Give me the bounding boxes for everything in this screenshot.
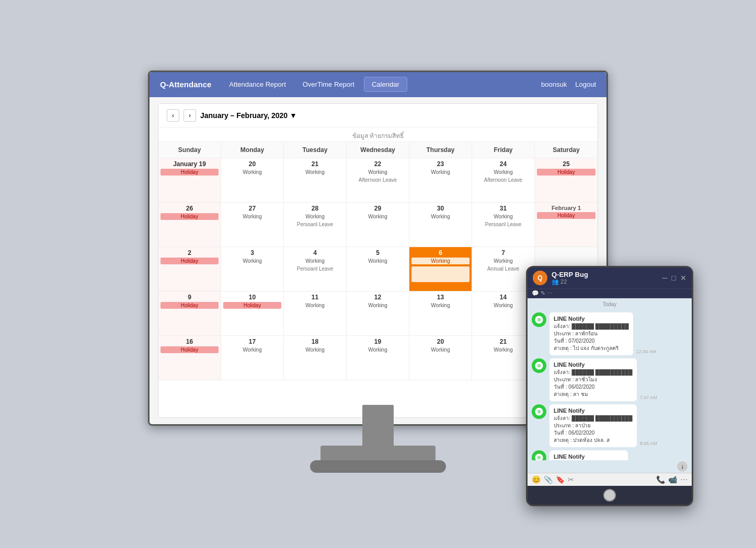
- navbar: Q-Attendance Attendance Report OverTime …: [150, 72, 606, 97]
- table-row[interactable]: 13 Working: [409, 292, 472, 336]
- date-divider: Today: [528, 298, 692, 310]
- chat-message-1: LINE Notify แจ้งลา: ██████ █████████ประเ…: [532, 312, 688, 355]
- week-2: 26 Holiday 27 Working 28 Working Persoan…: [158, 203, 598, 247]
- chat-bubble-4: LINE Notify แจ้งลา: ██████ ███████ประเภท…: [549, 450, 628, 460]
- monitor-stand-foot: [310, 460, 446, 473]
- calendar-header: ‹ › January – February, 2020 ▼: [158, 104, 598, 127]
- day-thursday: Thursday: [409, 142, 472, 158]
- table-row[interactable]: 31 Working Persoanl Leave: [472, 203, 535, 247]
- attachment-icon[interactable]: 📎: [544, 475, 553, 484]
- table-row[interactable]: 21 Working: [284, 158, 347, 203]
- table-row[interactable]: 20 Working: [409, 336, 472, 380]
- tablet-messages-area: Today LINE Notify แจ้งลา: ██████ ███████…: [528, 298, 692, 473]
- chat-bubble-3: LINE Notify แจ้งลา: ██████ ██████████ประ…: [549, 404, 637, 447]
- nav-overtime-report[interactable]: OverTime Report: [295, 77, 362, 91]
- next-button[interactable]: ›: [184, 109, 196, 122]
- chat-message-4: LINE Notify แจ้งลา: ██████ ███████ประเภท…: [532, 450, 688, 460]
- tablet-topbar: Q Q-ERP Bug 👥 22 ─ □ ✕: [528, 267, 692, 289]
- day-wednesday: Wednesday: [347, 142, 409, 158]
- table-row[interactable]: 16 Holiday: [158, 336, 221, 380]
- tablet-member-count: 👥 22: [552, 278, 658, 285]
- minimize-icon[interactable]: ─: [662, 274, 668, 282]
- table-row[interactable]: 9 Holiday: [158, 292, 221, 336]
- table-row[interactable]: 19 Working: [347, 336, 409, 380]
- today-cell[interactable]: 6 Working: [409, 247, 472, 292]
- brand-label: Q-Attendance: [160, 80, 211, 89]
- table-row[interactable]: 27 Working: [221, 203, 284, 247]
- table-row[interactable]: 26 Holiday: [158, 203, 221, 247]
- dropdown-icon[interactable]: ▼: [290, 111, 297, 120]
- maximize-icon[interactable]: □: [672, 274, 676, 282]
- tablet-body: Q Q-ERP Bug 👥 22 ─ □ ✕ 💬 ✎ ⋯ Today: [526, 266, 693, 506]
- table-row[interactable]: 23 Working: [409, 158, 472, 203]
- table-row[interactable]: 18 Working: [284, 336, 347, 380]
- chat-message-3: LINE Notify แจ้งลา: ██████ ██████████ประ…: [532, 404, 688, 447]
- table-row[interactable]: 4 Working Persoanl Leave: [284, 247, 347, 292]
- week-1: January 19 Holiday 20 Working 21 Working…: [158, 158, 598, 203]
- nav-attendance-report[interactable]: Attendance Report: [222, 77, 293, 91]
- chat-bubble-2: LINE Notify แจ้งลา: ██████ ██████████ประ…: [549, 358, 637, 401]
- table-row[interactable]: 29 Working: [347, 203, 409, 247]
- table-row[interactable]: 28 Working Persoanl Leave: [284, 203, 347, 247]
- tablet-home-button[interactable]: [603, 489, 616, 502]
- day-saturday: Saturday: [535, 142, 598, 158]
- video-icon[interactable]: 📹: [668, 475, 677, 484]
- nav-username: boonsuk: [541, 80, 567, 88]
- monitor-stand-neck: [362, 405, 394, 447]
- table-row[interactable]: 24 Working Afternoon Leave: [472, 158, 535, 203]
- nav-right: boonsuk Logout: [541, 80, 596, 88]
- chat-time-3: 8:05 AM: [640, 441, 657, 446]
- nav-logout[interactable]: Logout: [575, 80, 596, 88]
- prev-button[interactable]: ‹: [167, 109, 179, 122]
- chat-time-2: 7:47 AM: [640, 395, 657, 400]
- day-monday: Monday: [221, 142, 284, 158]
- line-notify-avatar-3: [532, 404, 546, 419]
- chat-messages-list: LINE Notify แจ้งลา: ██████ █████████ประเ…: [528, 310, 692, 460]
- day-sunday: Sunday: [158, 142, 221, 158]
- table-row[interactable]: 20 Working: [221, 158, 284, 203]
- table-row[interactable]: 12 Working: [347, 292, 409, 336]
- tablet-group-avatar: Q: [533, 271, 547, 285]
- table-row[interactable]: 3 Working: [221, 247, 284, 292]
- menu-icon[interactable]: ⋯: [680, 475, 688, 484]
- line-notify-avatar-2: [532, 358, 546, 373]
- tablet-group-name: Q-ERP Bug: [552, 271, 658, 278]
- table-row[interactable]: 22 Working Afternoon Leave: [347, 158, 409, 203]
- table-row[interactable]: February 1 Holiday: [535, 203, 598, 247]
- table-row[interactable]: 11 Working: [284, 292, 347, 336]
- day-tuesday: Tuesday: [284, 142, 347, 158]
- chat-bubble-1: LINE Notify แจ้งลา: ██████ █████████ประเ…: [549, 312, 633, 355]
- table-row[interactable]: 21 Working: [472, 336, 535, 380]
- calendar-day-headers: Sunday Monday Tuesday Wednesday Thursday…: [158, 142, 598, 158]
- emoji-icon[interactable]: 😊: [532, 475, 541, 484]
- table-row[interactable]: 25 Holiday: [535, 158, 598, 203]
- tablet-input-bar: 😊 📎 🔖 ✂ 📞 📹 ⋯: [528, 473, 692, 486]
- table-row[interactable]: 7 Working Annual Leave: [472, 247, 535, 292]
- scroll-down-icon[interactable]: ↓: [677, 461, 688, 472]
- table-row[interactable]: 2 Holiday: [158, 247, 221, 292]
- tab-chat[interactable]: 💬 ✎ ⋯: [532, 290, 553, 297]
- sticker-icon[interactable]: ✂: [568, 475, 574, 484]
- day-friday: Friday: [472, 142, 535, 158]
- table-row[interactable]: 30 Working: [409, 203, 472, 247]
- table-row[interactable]: 5 Working: [347, 247, 409, 292]
- chat-message-2: LINE Notify แจ้งลา: ██████ ██████████ประ…: [532, 358, 688, 401]
- table-row[interactable]: 10 Holiday: [221, 292, 284, 336]
- line-notify-avatar-4: [532, 450, 546, 460]
- tablet-window-controls: ─ □ ✕: [662, 274, 686, 282]
- tablet: Q Q-ERP Bug 👥 22 ─ □ ✕ 💬 ✎ ⋯ Today: [526, 266, 693, 506]
- phone-icon[interactable]: 📞: [656, 475, 665, 484]
- bookmark-icon[interactable]: 🔖: [556, 475, 565, 484]
- table-row[interactable]: 17 Working: [221, 336, 284, 380]
- table-row[interactable]: January 19 Holiday: [158, 158, 221, 203]
- table-row[interactable]: 14 Working: [472, 292, 535, 336]
- calendar-title: January – February, 2020 ▼: [200, 111, 297, 120]
- nav-calendar[interactable]: Calendar: [364, 77, 407, 92]
- employee-label: ข้อมูล ท้ายกรมสิทธิ์: [158, 127, 598, 142]
- line-notify-avatar-1: [532, 312, 546, 327]
- chat-time-1: 12:34 AM: [636, 349, 656, 354]
- close-icon[interactable]: ✕: [680, 274, 686, 282]
